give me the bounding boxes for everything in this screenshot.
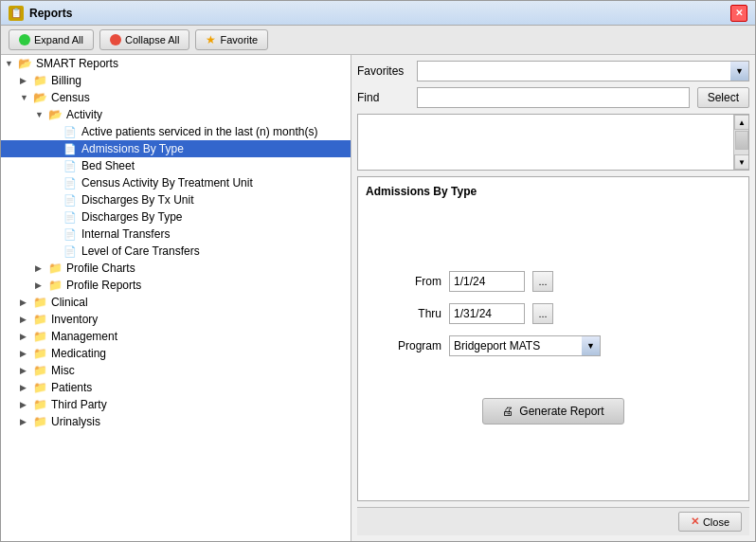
find-input[interactable] [417, 87, 690, 108]
doc-icon-level-of-care [63, 244, 79, 258]
tree-item-urinalysis[interactable]: ▶Urinalysis [1, 413, 351, 430]
from-date-picker-button[interactable]: ... [532, 271, 553, 292]
scroll-thumb[interactable] [735, 131, 748, 150]
favorites-label: Favorites [357, 64, 409, 78]
favorites-dropdown-container: ▼ [417, 61, 749, 81]
expand-toggle-urinalysis[interactable]: ▶ [20, 417, 33, 426]
toolbar: Expand All Collapse All ★ Favorite [1, 26, 755, 55]
tree-item-level-of-care[interactable]: Level of Care Transfers [1, 243, 351, 260]
expand-toggle-activity[interactable]: ▼ [35, 110, 48, 119]
expand-toggle-clinical[interactable]: ▶ [20, 298, 33, 307]
folder-icon-misc [33, 364, 48, 377]
scroll-up-btn[interactable]: ▲ [734, 115, 749, 130]
tree-item-discharges-by-type[interactable]: Discharges By Type [1, 208, 351, 226]
tree-item-bed-sheet[interactable]: Bed Sheet [1, 157, 351, 174]
tree-label-census-activity: Census Activity By Treatment Unit [81, 176, 253, 190]
expand-toggle-billing[interactable]: ▶ [20, 76, 33, 85]
expand-toggle-misc[interactable]: ▶ [20, 366, 33, 375]
form-title: Admissions By Type [366, 185, 741, 198]
tree-item-inventory[interactable]: ▶Inventory [1, 311, 351, 328]
tree-item-misc[interactable]: ▶Misc [1, 362, 351, 379]
folder-icon-census [33, 91, 48, 104]
tree-item-discharges-tx-unit[interactable]: Discharges By Tx Unit [1, 191, 351, 208]
tree-item-third-party[interactable]: ▶Third Party [1, 396, 351, 413]
tree-item-activity[interactable]: ▼Activity [1, 106, 351, 123]
expand-icon [19, 34, 30, 45]
collapse-all-label: Collapse All [125, 34, 179, 45]
tree-item-patients[interactable]: ▶Patients [1, 379, 351, 396]
favorites-row: Favorites ▼ [357, 61, 749, 81]
tree-label-clinical: Clinical [51, 296, 88, 309]
tree-label-third-party: Third Party [51, 398, 107, 411]
close-label: Close [703, 516, 729, 528]
close-button[interactable]: ✕ Close [678, 512, 742, 532]
tree-label-misc: Misc [51, 364, 75, 377]
expand-toggle-inventory[interactable]: ▶ [20, 315, 33, 324]
tree-container: ▼SMART Reports▶Billing▼Census▼ActivityAc… [1, 55, 351, 430]
expand-toggle-medicating[interactable]: ▶ [20, 349, 33, 358]
generate-report-button[interactable]: Generate Report [482, 398, 623, 425]
form-body: From ... Thru ... Program [366, 209, 741, 493]
form-panel: Admissions By Type From ... Thru ... [357, 176, 749, 501]
program-row: Program Bridgeport MATS ▼ [385, 335, 722, 356]
thru-date-input[interactable] [449, 303, 525, 324]
tree-item-census[interactable]: ▼Census [1, 89, 351, 106]
expand-all-label: Expand All [34, 34, 83, 45]
main-content: ▼SMART Reports▶Billing▼Census▼ActivityAc… [1, 55, 755, 541]
program-select[interactable]: Bridgeport MATS [449, 335, 601, 356]
program-select-container: Bridgeport MATS ▼ [449, 335, 601, 356]
tree-item-management[interactable]: ▶Management [1, 328, 351, 345]
expand-toggle-census[interactable]: ▼ [20, 93, 33, 102]
expand-toggle-profile-reports[interactable]: ▶ [35, 280, 48, 290]
tree-item-medicating[interactable]: ▶Medicating [1, 345, 351, 362]
tree-label-profile-reports: Profile Reports [66, 279, 141, 292]
doc-icon-discharges-by-type [63, 210, 79, 224]
scroll-track [734, 130, 748, 154]
expand-toggle-profile-charts[interactable]: ▶ [35, 263, 48, 273]
tree-item-active-patients[interactable]: Active patients serviced in the last (n)… [1, 123, 351, 140]
tree-item-census-activity[interactable]: Census Activity By Treatment Unit [1, 174, 351, 191]
tree-item-profile-charts[interactable]: ▶Profile Charts [1, 260, 351, 277]
tree-item-smart-reports[interactable]: ▼SMART Reports [1, 55, 351, 72]
folder-icon-medicating [33, 347, 48, 360]
expand-toggle-patients[interactable]: ▶ [20, 383, 33, 392]
tree-item-admissions-by-type[interactable]: Admissions By Type [1, 140, 351, 157]
folder-icon-profile-reports [48, 279, 63, 292]
favorites-dropdown[interactable] [417, 61, 749, 81]
window-icon: 📋 [9, 6, 24, 21]
collapse-all-button[interactable]: Collapse All [99, 29, 189, 50]
star-icon: ★ [206, 33, 216, 46]
tree-label-medicating: Medicating [51, 347, 106, 360]
tree-panel: ▼SMART Reports▶Billing▼Census▼ActivityAc… [1, 55, 351, 541]
folder-icon-smart-reports [18, 57, 33, 70]
expand-toggle-third-party[interactable]: ▶ [20, 400, 33, 409]
tree-label-inventory: Inventory [51, 313, 98, 326]
tree-item-billing[interactable]: ▶Billing [1, 72, 351, 89]
thru-date-picker-button[interactable]: ... [532, 303, 553, 324]
folder-icon-clinical [33, 296, 48, 309]
title-bar: 📋 Reports ✕ [1, 1, 755, 26]
expand-all-button[interactable]: Expand All [9, 29, 94, 50]
folder-icon-third-party [33, 398, 48, 411]
program-dropdown-arrow[interactable]: ▼ [582, 335, 601, 356]
tree-label-billing: Billing [51, 74, 81, 87]
window-close-button[interactable]: ✕ [730, 5, 747, 22]
select-button[interactable]: Select [697, 87, 749, 108]
right-panel: Favorites ▼ Find Select ▲ [351, 55, 755, 541]
program-label: Program [385, 339, 441, 352]
tree-label-patients: Patients [51, 381, 92, 394]
tree-item-profile-reports[interactable]: ▶Profile Reports [1, 277, 351, 294]
from-date-input[interactable] [449, 271, 525, 292]
tree-label-internal-transfers: Internal Transfers [81, 227, 170, 241]
doc-icon-bed-sheet [63, 159, 79, 172]
tree-label-discharges-by-type: Discharges By Type [81, 210, 183, 224]
favorites-dropdown-arrow[interactable]: ▼ [730, 61, 749, 81]
favorite-button[interactable]: ★ Favorite [195, 29, 268, 50]
expand-toggle-smart-reports[interactable]: ▼ [5, 59, 18, 68]
tree-item-clinical[interactable]: ▶Clinical [1, 294, 351, 311]
folder-icon-activity [48, 108, 63, 121]
expand-toggle-management[interactable]: ▶ [20, 332, 33, 341]
folder-icon-billing [33, 74, 48, 87]
scroll-down-btn[interactable]: ▼ [734, 154, 749, 170]
tree-item-internal-transfers[interactable]: Internal Transfers [1, 226, 351, 243]
